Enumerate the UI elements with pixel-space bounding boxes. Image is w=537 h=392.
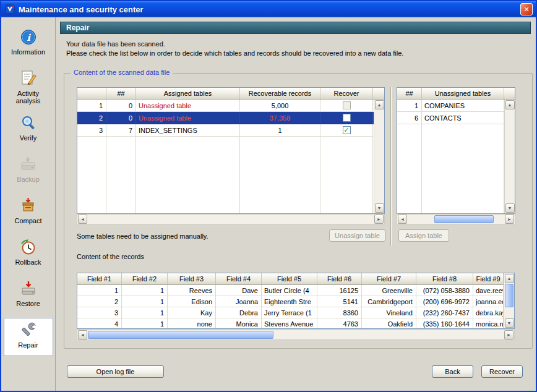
assigned-table-row[interactable]: 10Unassigned table5,000	[77, 100, 374, 112]
sidebar-item-activity-analysis[interactable]: Activity analysis	[4, 66, 53, 108]
scroll-left-icon[interactable]: ◄	[398, 215, 407, 224]
scroll-up-icon[interactable]: ▲	[505, 274, 514, 283]
column-header[interactable]: Recover	[320, 88, 373, 99]
cell	[422, 211, 504, 213]
scroll-left-icon[interactable]: ◄	[78, 330, 87, 339]
cell: 0	[106, 112, 136, 124]
unassigned-tables-hscroll[interactable]: ◄ ►	[397, 214, 515, 224]
cell: INDEX_SETTINGS	[136, 124, 240, 137]
sidebar-item-rollback[interactable]: Rollback	[4, 235, 53, 273]
sidebar-item-information[interactable]: iInformation	[4, 25, 53, 63]
cell: joanna.ed	[473, 296, 504, 307]
scroll-right-icon[interactable]: ►	[504, 330, 513, 339]
cell	[422, 124, 504, 137]
sidebar-item-repair[interactable]: Repair	[4, 318, 53, 356]
cell	[77, 149, 106, 161]
column-header[interactable]: Field #1	[77, 273, 122, 284]
column-header[interactable]: Field #4	[216, 273, 262, 284]
open-log-file-button[interactable]: Open log file	[67, 365, 164, 378]
column-header[interactable]: ##	[106, 88, 136, 99]
sidebar-item-label: Repair	[18, 341, 38, 349]
close-button[interactable]: ✕	[520, 3, 533, 15]
recover-button[interactable]: Recover	[481, 365, 523, 378]
column-header[interactable]: Field #3	[168, 273, 216, 284]
cell: ✓	[320, 124, 373, 137]
scrollbar-thumb[interactable]	[505, 284, 513, 307]
cell: 2	[77, 112, 106, 124]
sidebar-item-restore[interactable]: Restore	[4, 276, 53, 315]
column-header[interactable]: Recoverable records	[240, 88, 320, 99]
unassign-table-button[interactable]: Unassign table	[329, 229, 385, 242]
sidebar-item-label: Restore	[16, 300, 40, 307]
sidebar-item-label: Information	[11, 48, 45, 56]
empty-row	[397, 198, 504, 211]
column-header[interactable]: Assigned tables	[136, 88, 240, 99]
column-header[interactable]: Field #7	[362, 273, 416, 284]
cell: (335) 160-1644	[416, 318, 473, 328]
scroll-down-icon[interactable]: ▼	[375, 203, 384, 213]
record-row[interactable]: 21EdisonJoannaEighteenth Stre5141Cambrid…	[77, 296, 504, 307]
cell: (232) 260-7437	[416, 307, 473, 318]
recover-checkbox[interactable]	[343, 114, 351, 122]
sidebar-item-compact[interactable]: Compact	[4, 194, 53, 232]
titlebar[interactable]: Maintenance and security center ✕	[1, 1, 536, 17]
record-row[interactable]: 41noneMonicaStevens Avenue4763Oakfield(3…	[77, 318, 504, 328]
assigned-tables-hscroll[interactable]: ◄ ►	[77, 214, 385, 224]
column-header[interactable]: Unassigned tables	[422, 88, 504, 99]
sidebar-item-verify[interactable]: Verify	[4, 111, 53, 149]
record-row[interactable]: 31KayDebraJerry Terrace (18360Vineland(2…	[77, 307, 504, 318]
empty-row	[397, 174, 504, 186]
column-header[interactable]	[77, 88, 106, 99]
recover-checkbox[interactable]: ✓	[343, 126, 351, 134]
column-header[interactable]: Field #2	[122, 273, 168, 284]
record-row[interactable]: 11ReevesDaveButler Circle (416125Greenvi…	[77, 285, 504, 296]
unassigned-table-row[interactable]: 1COMPANIES	[397, 100, 504, 112]
assigned-table-row[interactable]: 37INDEX_SETTINGS1✓	[77, 124, 374, 137]
empty-row	[77, 211, 374, 213]
cell	[397, 174, 422, 186]
cell: Oakfield	[362, 318, 416, 328]
column-header[interactable]: Field #8	[416, 273, 473, 284]
cell: (072) 058-3880	[416, 285, 473, 296]
scrollbar-thumb[interactable]	[434, 215, 494, 223]
recover-checkbox[interactable]	[343, 101, 351, 109]
cell: Stevens Avenue	[262, 318, 317, 328]
assigned-tables-vscroll[interactable]: ▲ ▼	[374, 100, 384, 213]
page-title: Repair	[60, 22, 531, 34]
column-header[interactable]: Field #9	[473, 273, 504, 284]
assigned-table-row[interactable]: 20Unassigned table37,358	[77, 112, 374, 124]
column-header[interactable]: ##	[397, 88, 422, 99]
records-vscroll[interactable]: ▲ ▼	[504, 273, 514, 328]
scrollbar-thumb[interactable]	[88, 331, 273, 339]
cell: 6	[397, 112, 422, 124]
cell: Unassigned table	[136, 100, 240, 112]
main-panel: Repair Your data file has been scanned. …	[56, 17, 536, 391]
verify-icon	[20, 114, 37, 132]
empty-row	[77, 186, 374, 198]
scroll-down-icon[interactable]: ▼	[505, 318, 514, 328]
unassigned-table-row[interactable]: 6CONTACTS	[397, 112, 504, 124]
cell: debra.kay	[473, 307, 504, 318]
compact-icon	[20, 197, 37, 215]
scroll-right-icon[interactable]: ►	[374, 215, 384, 224]
records-hscroll[interactable]: ◄ ►	[77, 330, 515, 340]
scroll-up-icon[interactable]: ▲	[505, 100, 515, 109]
back-button[interactable]: Back	[432, 365, 473, 378]
scroll-right-icon[interactable]: ►	[505, 215, 514, 224]
cell	[240, 161, 320, 174]
cell	[240, 149, 320, 161]
assign-table-button[interactable]: Assign table	[398, 229, 449, 242]
empty-row	[77, 198, 374, 211]
scroll-left-icon[interactable]: ◄	[78, 215, 87, 224]
scroll-up-icon[interactable]: ▲	[375, 100, 384, 109]
sidebar-item-backup[interactable]: Backup	[4, 152, 53, 190]
unassigned-tables-vscroll[interactable]: ▲ ▼	[504, 100, 515, 213]
cell: (200) 696-9972	[416, 296, 473, 307]
column-header[interactable]: Field #6	[317, 273, 362, 284]
cell: Edison	[168, 296, 216, 307]
scroll-down-icon[interactable]: ▼	[505, 203, 515, 213]
column-header[interactable]: Field #5	[262, 273, 317, 284]
restore-icon	[20, 279, 37, 298]
cell	[422, 137, 504, 149]
cell	[320, 198, 373, 211]
